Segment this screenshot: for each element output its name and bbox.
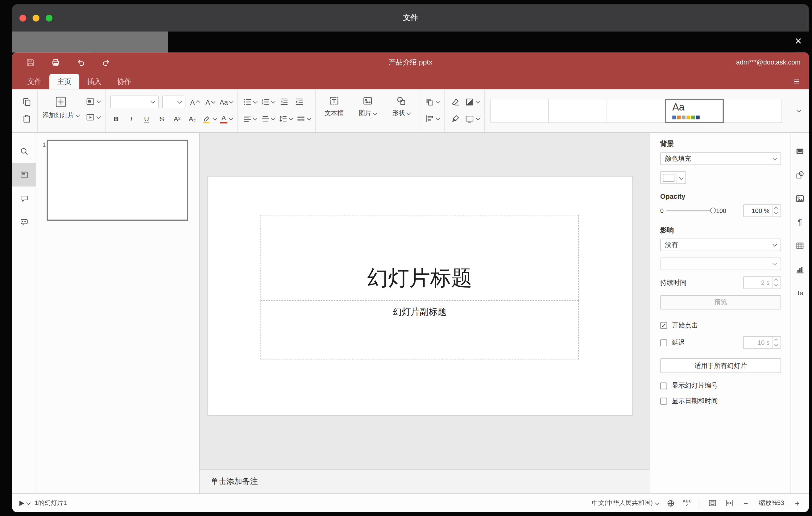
title-placeholder[interactable]: 幻灯片标题 [260,215,579,300]
chevron-down-icon [229,99,233,104]
background-fill-select[interactable]: 颜色填充 [660,152,781,165]
insert-shape-button[interactable]: 形状 [387,95,415,133]
spellcheck-button[interactable]: ABC ✓ [683,499,692,507]
highlight-color-button[interactable] [202,112,216,125]
italic-button[interactable]: I [125,112,137,125]
show-date-checkbox[interactable]: 显示日期和时间 [660,397,781,405]
image-settings-button[interactable] [791,187,809,210]
minimize-window-button[interactable] [33,15,39,21]
increase-indent-button[interactable] [294,96,305,108]
font-increase-button[interactable]: A [189,96,201,108]
vertical-align-button[interactable] [260,112,274,125]
theme-cell[interactable] [607,99,665,123]
delay-checkbox[interactable]: 延迟 [660,338,685,347]
font-size-select[interactable] [162,96,185,108]
chevron-down-icon [271,116,275,120]
slide[interactable]: 幻灯片标题 幻灯片副标题 [208,176,633,415]
slide-size-button[interactable] [465,112,480,125]
add-slide-button[interactable]: 添加幻灯片 [42,95,79,133]
comments-button[interactable] [12,187,36,210]
font-name-select[interactable] [111,96,159,108]
change-case-button[interactable]: Aa [220,96,233,108]
fit-slide-button[interactable] [708,499,717,508]
print-button[interactable] [51,58,60,67]
numbering-button[interactable]: 123 [260,96,274,108]
gallery-expand-button[interactable] [792,99,806,123]
insert-textbox-button[interactable]: 文本框 [321,95,348,133]
thumbnail-panel: 1 [36,133,199,493]
copy-style-button[interactable] [450,112,461,125]
line-spacing-button[interactable] [278,112,292,125]
close-window-button[interactable] [20,15,26,21]
theme-cell[interactable] [490,99,549,123]
background-color-picker[interactable] [660,171,686,184]
user-email: adm***@dootask.com [736,59,801,66]
search-button[interactable] [12,139,36,163]
slide-layout-button[interactable] [86,95,100,108]
bold-button[interactable]: B [111,112,122,125]
copy-button[interactable] [21,96,32,108]
group-slides: 添加幻灯片 [38,89,106,133]
tab-insert[interactable]: 插入 [79,74,109,89]
set-language-button[interactable] [666,499,675,507]
comment-icon [19,194,29,203]
shape-align-button[interactable] [425,112,440,125]
theme-cell[interactable] [548,99,607,123]
theme-cell[interactable] [723,99,782,123]
shape-settings-button[interactable] [791,163,809,187]
underline-button[interactable]: U [141,112,152,125]
subscript-button[interactable]: A₂ [186,112,198,125]
slide-thumbnail[interactable] [47,140,188,221]
theme-cell-selected[interactable]: Aa [665,99,724,123]
undo-button[interactable] [76,58,86,67]
start-slideshow-button[interactable] [20,500,30,506]
save-button[interactable] [26,58,35,67]
zoom-in-button[interactable]: + [793,499,802,508]
opacity-slider-knob[interactable] [710,207,716,213]
zoom-out-button[interactable]: − [742,499,750,508]
opacity-input[interactable]: 100 % [743,204,781,217]
modal-close-button[interactable]: × [789,33,808,49]
textart-settings-button[interactable]: Ta [791,281,809,305]
save-icon [26,58,35,67]
table-settings-button[interactable] [791,234,809,258]
language-button[interactable]: 中文(中华人民共和国) [592,499,658,508]
paste-button[interactable] [21,112,32,125]
fit-width-icon [725,499,734,508]
fit-width-button[interactable] [725,499,734,508]
subtitle-placeholder[interactable]: 幻灯片副标题 [260,300,579,360]
apply-all-button[interactable]: 适用于所有幻灯片 [660,358,781,373]
horizontal-align-button[interactable] [243,112,257,125]
chart-settings-button[interactable] [791,257,809,281]
insert-image-button[interactable]: 图片 [354,95,381,133]
strikethrough-button[interactable]: S [156,112,168,125]
tab-home[interactable]: 主页 [49,74,79,89]
transition-select[interactable]: 没有 [660,238,781,251]
color-scheme-button[interactable] [465,96,480,108]
font-color-button[interactable]: A [220,112,233,125]
superscript-button[interactable]: A² [171,112,183,125]
bullets-button[interactable] [243,96,257,108]
thumbnails-button[interactable] [12,163,36,187]
tab-collaboration[interactable]: 协作 [109,74,139,89]
decrease-indent-button[interactable] [278,96,290,108]
show-slide-number-checkbox[interactable]: 显示幻灯片编号 [660,381,781,391]
chevron-down-icon [476,99,480,104]
paragraph-settings-button[interactable]: ¶ [791,210,809,234]
preview-slideshow-button[interactable] [86,111,100,123]
font-decrease-button[interactable]: A [204,96,216,108]
opacity-label: Opacity [660,192,781,200]
slide-settings-button[interactable] [791,139,809,163]
notes-area[interactable]: 单击添加备注 [200,469,650,493]
chat-button[interactable] [12,210,36,234]
fullscreen-window-button[interactable] [46,15,53,21]
arrange-button[interactable] [425,96,440,108]
start-on-click-checkbox[interactable]: ✓ 开始点击 [660,321,781,330]
spinner-arrows[interactable] [772,205,781,216]
clear-style-button[interactable] [450,96,461,108]
columns-button[interactable] [296,112,310,125]
menu-button[interactable]: ≡ [794,77,802,89]
tab-file[interactable]: 文件 [20,74,49,89]
opacity-slider[interactable] [667,210,713,211]
redo-button[interactable] [102,58,111,67]
